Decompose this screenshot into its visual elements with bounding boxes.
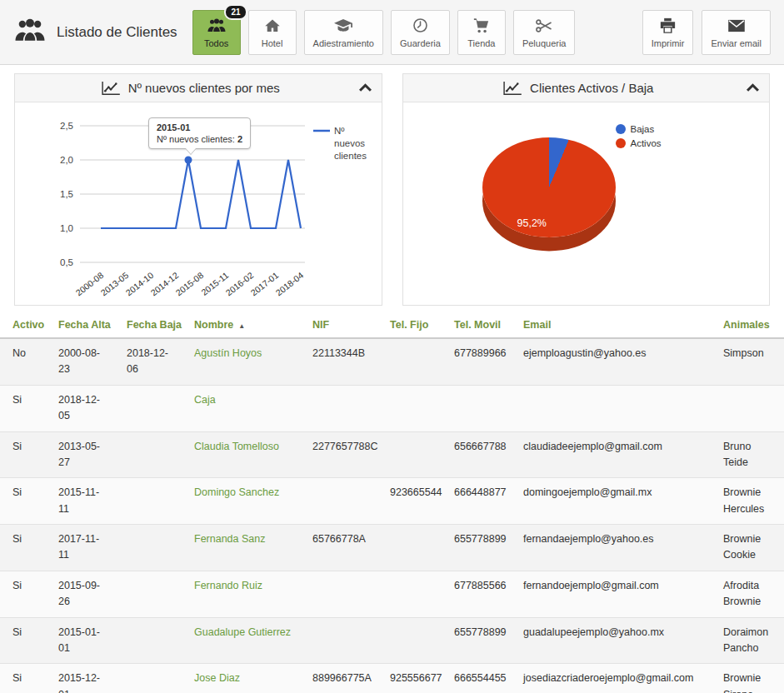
legend-item-label: Bajas (631, 124, 655, 134)
tooltip-label: Nº nuevos clientes: (157, 134, 235, 144)
legend-color-dot (616, 124, 626, 134)
filter-button-todos[interactable]: 21Todos (192, 10, 241, 55)
filter-buttons: 21TodosHotelAdiestramientoGuarderiaTiend… (192, 10, 576, 55)
cell-tel-movil (442, 385, 511, 431)
client-name-link[interactable]: Caja (194, 394, 216, 406)
cell-tel-fijo (377, 338, 442, 385)
filter-button-label: Adiestramiento (313, 38, 374, 48)
table-row: Si2015-09-26Fernando Ruiz677885566fernan… (0, 571, 784, 617)
filter-button-tienda[interactable]: Tienda (457, 10, 506, 55)
client-name-link[interactable]: Fernando Ruiz (194, 580, 262, 591)
envelope-icon (727, 17, 746, 35)
filter-button-peluqueria[interactable]: Peluqueria (513, 10, 576, 55)
column-header-tel-movil[interactable]: Tel. Movil (442, 312, 511, 338)
cell-nombre: Agustín Hoyos (182, 338, 300, 385)
cell-fecha-alta: 2017-11-11 (46, 525, 114, 571)
legend-label: nuevos (334, 138, 365, 148)
cell-nif (300, 385, 377, 431)
cell-email: fernandaejemplo@yahoo.es (511, 525, 711, 571)
home-icon (264, 17, 281, 35)
x-tick-label: 2013-05 (98, 270, 130, 297)
filter-button-guarderia[interactable]: Guarderia (391, 10, 450, 55)
column-header-tel-fijo[interactable]: Tel. Fijo (377, 312, 442, 338)
cell-nombre: Guadalupe Gutierrez (182, 617, 300, 664)
filter-button-hotel[interactable]: Hotel (248, 10, 297, 55)
table-body: No2000-08-232018-12-06Agustín Hoyos22113… (0, 338, 784, 693)
column-header-email[interactable]: Email (511, 312, 711, 338)
cell-tel-fijo: 925556677 (377, 664, 442, 693)
table-row: Si2018-12-05Caja (0, 385, 784, 431)
pie-chart-body: 95,2% BajasActivos (403, 102, 770, 305)
table-row: Si2015-01-01Guadalupe Gutierrez655778899… (0, 617, 784, 664)
line-chart-icon (502, 81, 522, 96)
client-name-link[interactable]: Claudia Tomelloso (194, 441, 279, 452)
column-header-animales[interactable]: Animales (711, 312, 784, 338)
cell-fecha-alta: 2015-01-01 (46, 617, 114, 664)
table-row: Si2015-11-11Domingo Sanchez9236655446664… (0, 478, 784, 525)
cell-email: ejemploagustin@yahoo.es (511, 338, 711, 385)
cell-fecha-baja (114, 571, 182, 617)
pie-panel-collapse-button[interactable] (745, 80, 761, 96)
action-button-enviar-email[interactable]: Enviar email (702, 10, 771, 55)
line-panel-collapse-button[interactable] (357, 80, 373, 96)
tooltip-pointer (186, 148, 196, 154)
cell-tel-movil: 666554455 (442, 664, 511, 693)
cell-email: josediazcriaderoejemplo@gmail.com (511, 664, 711, 693)
cell-email: claudiadeejemplo@gmail.com (511, 431, 711, 478)
cell-nif: 2277657788C (300, 431, 377, 478)
cell-fecha-baja (114, 385, 182, 431)
client-name-link[interactable]: Fernanda Sanz (194, 533, 265, 545)
pie-panel-header: Clientes Activos / Baja (403, 74, 770, 102)
filter-button-adiestramiento[interactable]: Adiestramiento (304, 10, 383, 55)
column-header-activo[interactable]: Activo (0, 312, 46, 338)
chart-panels: Nº nuevos clientes por mes 0,51,01,52,02… (0, 65, 784, 306)
cell-fecha-alta: 2015-09-26 (46, 571, 114, 617)
tooltip-category: 2015-01 (157, 122, 242, 132)
y-tick-label: 0,5 (60, 257, 73, 267)
cell-animales: Bruno Teide (711, 431, 784, 478)
sort-asc-icon: ▲ (238, 322, 245, 330)
cell-tel-movil: 656667788 (442, 431, 511, 478)
line-panel-title: Nº nuevos clientes por mes (128, 81, 280, 95)
cell-fecha-baja (114, 478, 182, 525)
cart-icon (472, 17, 490, 35)
cell-tel-movil: 655778899 (442, 617, 511, 664)
cell-fecha-baja: 2018-12-06 (114, 338, 182, 385)
tooltip-value: 2 (237, 134, 242, 144)
x-tick-label: 2014-12 (148, 270, 180, 297)
pie-legend: BajasActivos (616, 124, 662, 148)
cell-tel-movil: 666448877 (442, 478, 511, 525)
pie-panel-title: Clientes Activos / Baja (530, 81, 653, 95)
cell-email: fernandoejemplo@gmail.com (511, 571, 711, 617)
cell-tel-fijo (377, 617, 442, 664)
column-header-fecha-alta[interactable]: Fecha Alta (46, 312, 114, 338)
action-button-label: Enviar email (711, 38, 762, 48)
cell-animales: Afrodita Brownie (711, 571, 784, 617)
client-name-link[interactable]: Jose Diaz (194, 672, 240, 684)
action-button-imprimir[interactable]: Imprimir (642, 10, 694, 55)
cell-email: domingoejemplo@gmail.mx (511, 478, 711, 525)
column-header-fecha-baja[interactable]: Fecha Baja (114, 312, 182, 338)
topbar: Listado de Clientes 21TodosHotelAdiestra… (0, 0, 784, 65)
legend-item-label: Activos (631, 138, 662, 148)
cell-fecha-alta: 2018-12-05 (46, 385, 114, 431)
pie-slice-label: 95,2% (517, 217, 547, 229)
cell-nombre: Fernando Ruiz (182, 571, 300, 617)
pie-legend-item-bajas: Bajas (616, 124, 662, 134)
column-header-nif[interactable]: NIF (300, 312, 377, 338)
table-row: Si2015-12-01Jose Diaz889966775A925556677… (0, 664, 784, 693)
pie-chart (482, 137, 616, 237)
client-name-link[interactable]: Agustín Hoyos (194, 347, 262, 359)
cell-nif: 889966775A (300, 664, 377, 693)
y-tick-label: 1,5 (60, 189, 73, 199)
clock-icon (412, 17, 428, 35)
filter-button-label: Todos (204, 38, 228, 48)
cell-tel-fijo (377, 431, 442, 478)
column-header-nombre[interactable]: Nombre▲ (182, 312, 300, 338)
cell-nif: 65766778A (300, 525, 377, 571)
client-name-link[interactable]: Guadalupe Gutierrez (194, 626, 291, 638)
highlighted-point (185, 157, 192, 164)
client-name-link[interactable]: Domingo Sanchez (194, 486, 279, 498)
cell-activo: Si (0, 385, 46, 431)
x-tick-label: 2015-08 (173, 270, 205, 297)
